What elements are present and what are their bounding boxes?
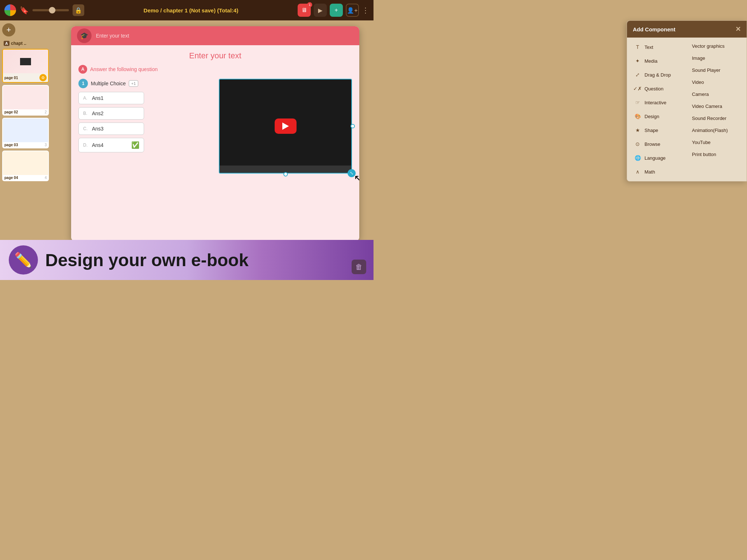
page-preview-4 xyxy=(3,151,48,175)
pencil-icon: ✏️ xyxy=(14,252,32,269)
add-page-button[interactable]: + xyxy=(330,4,343,17)
slider-thumb[interactable] xyxy=(49,7,55,13)
page-num-2: 2 xyxy=(44,110,47,114)
correct-checkmark: ✅ xyxy=(131,141,139,149)
chapter-name: chapt .. xyxy=(11,41,26,46)
resize-handle-bottom[interactable] xyxy=(283,172,288,176)
video-column: ⤡ ↖ xyxy=(219,79,352,174)
answer-text-a: Ans1 xyxy=(92,95,104,101)
answer-option-b[interactable]: B. Ans2 xyxy=(78,107,144,120)
page-label-2: page 02 xyxy=(4,110,18,114)
page-preview-2 xyxy=(3,86,48,109)
page-label-3: page 03 xyxy=(4,143,18,147)
page-preview-3 xyxy=(3,118,48,142)
page-header-icon: 🎓 xyxy=(77,28,92,43)
answer-text-c: Ans3 xyxy=(92,126,104,132)
page-preview-1 xyxy=(3,50,48,73)
mc-number: 1 xyxy=(78,79,88,88)
page-label-4: page 04 xyxy=(4,176,18,180)
mc-header: 1 Multiple Choice +1 xyxy=(78,79,213,88)
app-logo[interactable] xyxy=(4,4,16,16)
answer-option-d[interactable]: D. Ans4 ✅ xyxy=(78,138,144,152)
chapter-letter: A xyxy=(4,41,9,46)
page-thumbnail-2[interactable]: page 02 2 xyxy=(2,85,49,116)
page-footer-2: page 02 2 xyxy=(3,109,48,115)
banner-text: Design your own e-book xyxy=(45,250,248,270)
sidebar: + A chapt .. page 01 ⚙ page 02 2 page 0 xyxy=(0,20,51,240)
more-options-button[interactable]: ⋮ xyxy=(362,6,369,15)
page-num-3: 3 xyxy=(44,143,47,147)
ebook-page: 🎓 Enter your text Enter your text A Answ… xyxy=(71,26,359,240)
mc-plus[interactable]: +1 xyxy=(129,80,139,87)
question-letter: A xyxy=(78,65,87,74)
lock-button[interactable]: 🔒 xyxy=(73,4,84,16)
bottom-banner: ✏️ Design your own e-book 🗑 xyxy=(0,240,374,280)
resize-handle-right[interactable] xyxy=(351,124,355,128)
page-header: 🎓 Enter your text xyxy=(71,26,359,45)
youtube-play-button[interactable] xyxy=(275,118,297,134)
page-footer-1: page 01 ⚙ xyxy=(3,73,48,82)
top-bar: 🔖 🔒 Demo / chapter 1 (Not save) (Total:4… xyxy=(0,0,374,20)
page-footer-4: page 04 4 xyxy=(3,175,48,180)
content-row: 1 Multiple Choice +1 A. Ans1 B. Ans2 xyxy=(78,79,352,174)
mc-label: Multiple Choice xyxy=(91,81,126,86)
video-player[interactable] xyxy=(219,79,352,174)
answer-text-d: Ans4 xyxy=(92,142,104,148)
answer-text-b: Ans2 xyxy=(92,110,104,116)
question-text: Answer the following question xyxy=(90,66,158,72)
answer-option-c[interactable]: C. Ans3 xyxy=(78,122,144,135)
canvas-area: 🎓 Enter your text Enter your text A Answ… xyxy=(51,20,374,240)
answer-letter-c: C. xyxy=(83,126,89,131)
notifications-button[interactable]: 🖥 1 xyxy=(298,4,311,17)
play-button[interactable]: ▶ xyxy=(314,4,327,17)
add-page-sidebar-button[interactable]: + xyxy=(2,23,15,36)
page-thumbnail-4[interactable]: page 04 4 xyxy=(2,151,49,181)
top-actions: 🖥 1 ▶ + 👤+ ⋮ xyxy=(298,4,369,17)
page-main-title: Enter your text xyxy=(78,51,352,61)
main-content: + A chapt .. page 01 ⚙ page 02 2 page 0 xyxy=(0,20,374,240)
page-header-title: Enter your text xyxy=(96,33,129,39)
cursor-indicator: ↖ xyxy=(354,172,359,184)
answer-letter-d: D. xyxy=(83,143,89,148)
page-label-1: page 01 xyxy=(4,76,18,80)
answer-letter-b: B. xyxy=(83,111,89,116)
page-body: Enter your text A Answer the following q… xyxy=(71,45,359,240)
page-thumbnail-1[interactable]: page 01 ⚙ xyxy=(2,49,49,83)
add-user-button[interactable]: 👤+ xyxy=(346,4,359,17)
page-num-4: 4 xyxy=(44,176,47,180)
video-controls-bar xyxy=(220,166,351,173)
gear-icon-1[interactable]: ⚙ xyxy=(39,74,47,81)
notification-badge: 1 xyxy=(307,2,312,7)
page-footer-3: page 03 3 xyxy=(3,142,48,148)
answer-option-a[interactable]: A. Ans1 xyxy=(78,92,144,104)
question-label: A Answer the following question xyxy=(78,65,352,74)
trash-button[interactable]: 🗑 xyxy=(352,260,366,274)
document-title: Demo / chapter 1 (Not save) (Total:4) xyxy=(88,7,294,13)
page-thumbnail-3[interactable]: page 03 3 xyxy=(2,118,49,148)
zoom-slider[interactable] xyxy=(32,9,69,11)
banner-icon: ✏️ xyxy=(9,245,38,275)
bookmark-icon[interactable]: 🔖 xyxy=(20,6,29,15)
chapter-label: A chapt .. xyxy=(2,40,49,47)
answer-letter-a: A. xyxy=(83,96,89,101)
answers-column: 1 Multiple Choice +1 A. Ans1 B. Ans2 xyxy=(78,79,213,174)
